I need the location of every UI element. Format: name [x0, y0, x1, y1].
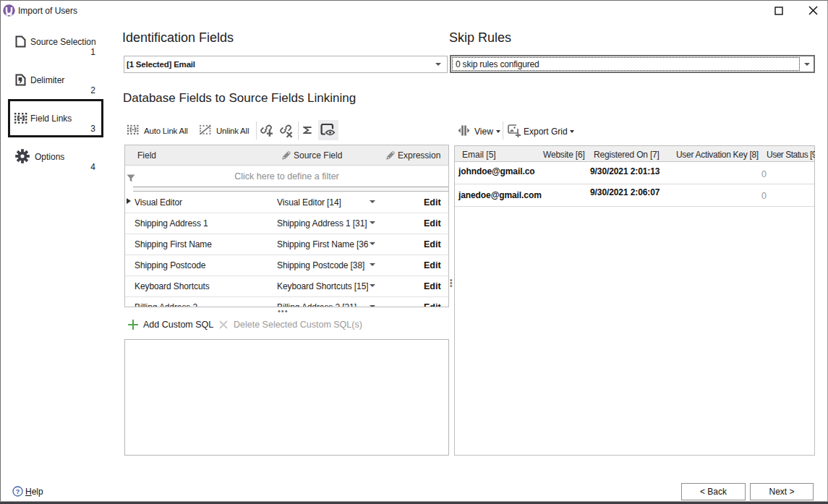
svg-text:?: ? — [16, 487, 20, 495]
